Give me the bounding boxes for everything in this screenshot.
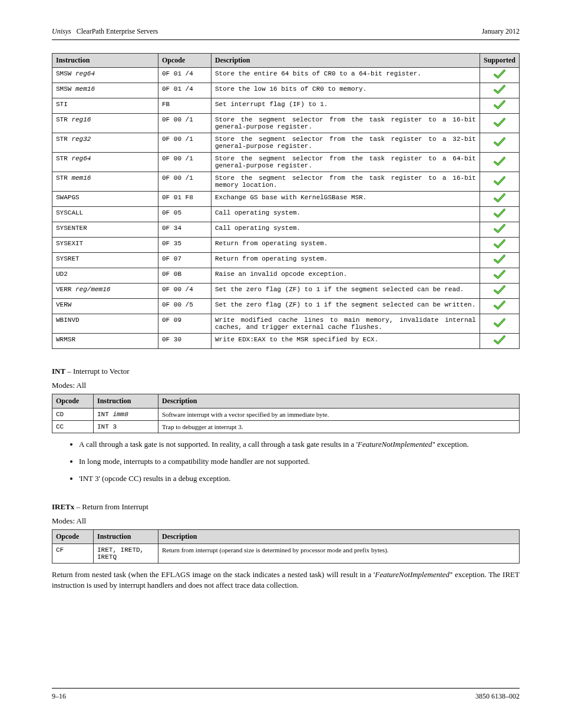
- col-opcode: Opcode: [158, 54, 211, 68]
- cell-desc: Return from operating system.: [211, 238, 480, 253]
- table-row: STR reg320F 00 /1Store the segment selec…: [52, 133, 520, 153]
- cell-desc: Store the entire 64 bits of CR0 to a 64-…: [211, 68, 480, 83]
- cell-desc: Store the segment selector from the task…: [211, 133, 480, 153]
- cell-instr: WBINVD: [52, 314, 158, 334]
- cell-supported: [480, 192, 519, 207]
- int-table: Opcode Instruction Description CD INT im…: [52, 394, 520, 433]
- table-row: STR mem160F 00 /1Store the segment selec…: [52, 172, 520, 192]
- instruction-table: Instruction Opcode Description Supported…: [52, 53, 520, 349]
- footer-right: 3850 6138–002: [475, 692, 520, 701]
- cell-opcode: 0F 30: [158, 334, 211, 349]
- table-row: SYSENTER0F 34Call operating system.: [52, 222, 520, 238]
- col-description: Description: [211, 54, 480, 68]
- cell-opcode: 0F 01 /4: [158, 68, 211, 83]
- cell-opcode: 0F 01 /4: [158, 83, 211, 98]
- table-row: SMSW mem160F 01 /4Store the low 16 bits …: [52, 83, 520, 98]
- iret-table: Opcode Instruction Description CF IRET, …: [52, 529, 520, 564]
- cell-opcode: CC: [52, 421, 94, 433]
- cell-instr: UD2: [52, 268, 158, 284]
- cell-instr: SMSW mem16: [52, 83, 158, 98]
- cell-opcode: 0F 00 /4: [158, 284, 211, 299]
- int-caption: INT – Interrupt to Vector: [52, 367, 520, 376]
- doc-date: January 2012: [482, 27, 520, 36]
- cell-instr: VERW: [52, 299, 158, 314]
- check-icon: [493, 305, 506, 312]
- cell-opcode: 0F 00 /1: [158, 153, 211, 172]
- page-header: Unisys ClearPath Enterprise Servers Janu…: [52, 27, 520, 39]
- check-icon: [493, 142, 506, 149]
- table-row: STR reg640F 00 /1Store the segment selec…: [52, 153, 520, 172]
- cell-opcode: 0F 00 /1: [158, 133, 211, 153]
- col-instruction: Instruction: [94, 394, 158, 409]
- int-notes: A call through a task gate is not suppor…: [52, 439, 520, 485]
- table-row: SMSW reg640F 01 /4Store the entire 64 bi…: [52, 68, 520, 83]
- cell-opcode: 0F 35: [158, 238, 211, 253]
- table-row: VERW0F 00 /5Set the zero flag (ZF) to 1 …: [52, 299, 520, 314]
- cell-instr: SYSENTER: [52, 222, 158, 238]
- cell-opcode: 0F 05: [158, 207, 211, 222]
- list-item: In long mode, interrupts to a compatibil…: [79, 456, 520, 467]
- cell-instr: SYSRET: [52, 253, 158, 268]
- table-row: VERR reg/mem160F 00 /4Set the zero flag …: [52, 284, 520, 299]
- table-header-row: Opcode Instruction Description: [52, 529, 520, 543]
- check-icon: [493, 198, 506, 205]
- cell-supported: [480, 222, 519, 238]
- cell-desc: Trap to debugger at interrupt 3.: [158, 421, 520, 433]
- cell-desc: Write modified cache lines to main memor…: [211, 314, 480, 334]
- cell-instr: SMSW reg64: [52, 68, 158, 83]
- iret-title-a: IRETx: [52, 502, 77, 511]
- cell-instr: INT 3: [94, 421, 158, 433]
- cell-desc: Call operating system.: [211, 207, 480, 222]
- cell-supported: [480, 238, 519, 253]
- cell-instr: WRMSR: [52, 334, 158, 349]
- table-row: SYSRET0F 07Return from operating system.: [52, 253, 520, 268]
- cell-supported: [480, 153, 519, 172]
- cell-desc: Call operating system.: [211, 222, 480, 238]
- cell-opcode: 0F 34: [158, 222, 211, 238]
- cell-desc: Set the zero flag (ZF) to 1 if the segme…: [211, 284, 480, 299]
- cell-instr: STR mem16: [52, 172, 158, 192]
- table-row: SYSCALL0F 05Call operating system.: [52, 207, 520, 222]
- cell-desc: Write EDX:EAX to the MSR specified by EC…: [211, 334, 480, 349]
- cell-supported: [480, 253, 519, 268]
- cell-opcode: CD: [52, 409, 94, 421]
- table-row: WRMSR0F 30Write EDX:EAX to the MSR speci…: [52, 334, 520, 349]
- cell-instr: INT imm8: [94, 409, 158, 421]
- cell-instr: STR reg64: [52, 153, 158, 172]
- cell-supported: [480, 83, 519, 98]
- check-icon: [493, 162, 506, 169]
- cell-desc: Store the segment selector from the task…: [211, 114, 480, 133]
- cell-supported: [480, 284, 519, 299]
- table-row: SWAPGS0F 01 F8Exchange GS base with Kern…: [52, 192, 520, 207]
- check-icon: [493, 181, 506, 188]
- cell-supported: [480, 334, 519, 349]
- footer-left: 9–16: [52, 692, 66, 700]
- table-row: STIFBSet interrupt flag (IF) to 1.: [52, 98, 520, 114]
- check-icon: [493, 74, 506, 81]
- cell-opcode: 0F 09: [158, 314, 211, 334]
- cell-desc: Software interrupt with a vector specifi…: [158, 409, 520, 421]
- check-icon: [493, 244, 506, 251]
- cell-opcode: 0F 00 /1: [158, 114, 211, 133]
- cell-supported: [480, 299, 519, 314]
- cell-supported: [480, 207, 519, 222]
- cell-instr: SYSEXIT: [52, 238, 158, 253]
- cell-supported: [480, 68, 519, 83]
- table-header-row: Opcode Instruction Description: [52, 394, 520, 409]
- col-description: Description: [158, 529, 520, 543]
- table-row: SYSEXIT0F 35Return from operating system…: [52, 238, 520, 253]
- check-icon: [493, 213, 506, 220]
- cell-desc: Set interrupt flag (IF) to 1.: [211, 98, 480, 114]
- col-opcode: Opcode: [52, 529, 94, 543]
- cell-desc: Exchange GS base with KernelGSBase MSR.: [211, 192, 480, 207]
- cell-desc: Store the low 16 bits of CR0 to memory.: [211, 83, 480, 98]
- check-icon: [493, 90, 506, 97]
- check-icon: [493, 259, 506, 266]
- cell-instr: SYSCALL: [52, 207, 158, 222]
- publisher: Unisys: [52, 27, 71, 35]
- cell-supported: [480, 268, 519, 284]
- col-opcode: Opcode: [52, 394, 94, 409]
- header-rule: [52, 39, 520, 40]
- cell-instr: STR reg16: [52, 114, 158, 133]
- iret-title-b: – Return from Interrupt: [77, 502, 148, 511]
